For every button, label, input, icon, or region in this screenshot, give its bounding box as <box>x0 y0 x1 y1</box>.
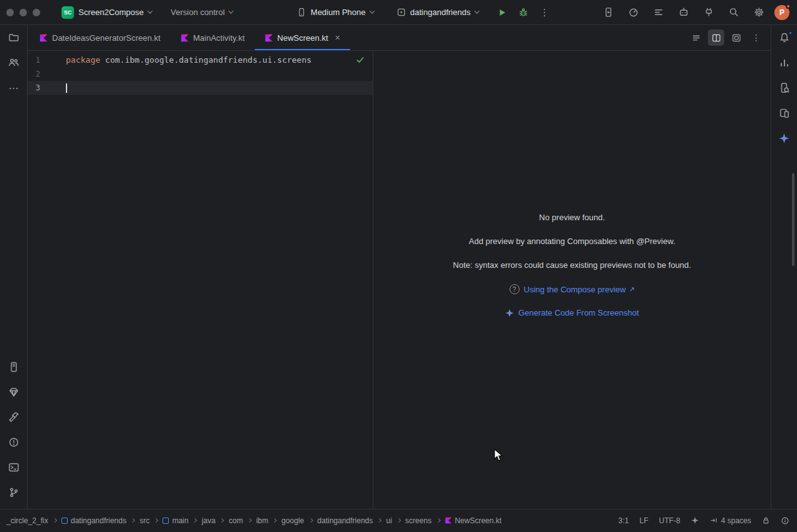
breadcrumb-separator-icon <box>220 518 224 523</box>
encoding-widget[interactable]: UTF-8 <box>659 516 680 525</box>
search-everywhere-icon[interactable] <box>724 3 743 22</box>
run-toolbar: Medium Phone datingandfriends <box>292 3 554 22</box>
project-widget[interactable]: SC Screen2Compose <box>56 4 157 21</box>
readonly-lock-icon[interactable] <box>762 516 770 524</box>
terminal-icon[interactable] <box>0 455 28 480</box>
project-icon: SC <box>62 6 74 19</box>
editor-column: DateIdeasGeneratorScreen.kt MainActivity… <box>28 25 771 509</box>
version-control-tool-icon[interactable] <box>0 480 28 505</box>
split-mode-icon[interactable] <box>708 29 724 46</box>
profiler-tool-icon[interactable] <box>771 50 797 75</box>
breadcrumb-item[interactable]: java <box>201 516 215 525</box>
chevron-down-icon <box>474 8 479 13</box>
breadcrumb-separator-icon <box>131 518 135 523</box>
build-icon[interactable] <box>0 405 28 430</box>
breadcrumb-item[interactable]: src <box>139 516 149 525</box>
titlebar: SC Screen2Compose Version control Medium… <box>0 0 797 25</box>
breadcrumb-item[interactable]: ibm <box>256 516 268 525</box>
resource-manager-icon[interactable] <box>0 380 28 405</box>
version-control-widget[interactable]: Version control <box>166 5 238 19</box>
tab-dateideasgeneratorscreen[interactable]: DateIdeasGeneratorScreen.kt <box>29 25 171 50</box>
profile-avatar[interactable]: P <box>774 5 789 20</box>
caret-position-widget[interactable]: 3:1 <box>618 516 629 525</box>
close-tab-icon[interactable]: × <box>335 33 340 42</box>
code-editor[interactable]: 1 package com.ibm.google.datingandfriend… <box>28 51 373 509</box>
breadcrumb-separator-icon <box>154 518 158 523</box>
tab-newscreen[interactable]: NewScreen.kt × <box>255 25 350 50</box>
tab-mainactivity[interactable]: MainActivity.kt <box>171 25 255 50</box>
more-vertical-icon: ⋮ <box>540 7 549 18</box>
device-selector[interactable]: Medium Phone <box>292 5 378 19</box>
editor-menu-icon[interactable]: ⋮ <box>748 29 764 46</box>
code-token: com.ibm.google.datingandfriends.ui.scree… <box>100 55 312 65</box>
code-line: 1 package com.ibm.google.datingandfriend… <box>28 53 373 67</box>
code-mode-icon[interactable] <box>688 29 704 46</box>
device-mirroring-icon[interactable] <box>0 354 28 380</box>
titlebar-right-actions: P <box>599 3 797 22</box>
minimize-window-button[interactable] <box>19 9 27 16</box>
ai-sparkle-icon[interactable] <box>691 516 699 524</box>
breadcrumb-item[interactable]: datingandfriends <box>62 516 127 525</box>
breadcrumb-separator-icon <box>397 518 401 523</box>
project-tool-icon[interactable] <box>0 25 28 50</box>
breadcrumb-item[interactable]: ui <box>386 516 392 525</box>
device-explorer-icon[interactable] <box>771 75 797 100</box>
problems-icon[interactable] <box>0 430 28 455</box>
breadcrumb-item[interactable]: _circle_2_fix <box>6 516 48 525</box>
notifications-icon[interactable] <box>771 25 797 50</box>
module-icon <box>62 518 68 524</box>
more-vertical-icon: ⋮ <box>752 33 761 43</box>
design-mode-icon[interactable] <box>728 29 744 46</box>
running-devices-icon[interactable] <box>599 3 618 22</box>
run-config-label: datingandfriends <box>410 8 471 17</box>
inspection-status-icon[interactable] <box>355 55 365 65</box>
indent-widget[interactable]: 4 spaces <box>710 516 751 525</box>
code-line-current: 3 <box>28 81 373 95</box>
window-controls <box>6 9 40 16</box>
breadcrumb-item-file[interactable]: NewScreen.kt <box>445 516 502 525</box>
debug-button[interactable] <box>514 3 533 22</box>
device-manager-tool-icon[interactable] <box>771 100 797 125</box>
pull-requests-icon[interactable] <box>0 50 28 75</box>
line-number: 2 <box>28 67 40 81</box>
more-actions-button[interactable]: ⋮ <box>535 3 554 22</box>
breadcrumb-separator-icon <box>436 518 441 523</box>
close-window-button[interactable] <box>6 9 14 16</box>
line-separator-widget[interactable]: LF <box>639 516 648 525</box>
device-manager-icon[interactable] <box>699 3 718 22</box>
version-control-label: Version control <box>171 8 225 17</box>
breadcrumb-item[interactable]: screens <box>405 516 432 525</box>
run-configuration-selector[interactable]: datingandfriends <box>392 5 484 19</box>
project-name: Screen2Compose <box>78 8 144 17</box>
profiler-icon[interactable] <box>624 3 643 22</box>
breadcrumb-separator-icon <box>53 518 57 523</box>
gemini-sparkle-icon <box>505 309 514 317</box>
generate-code-from-screenshot-link[interactable]: Generate Code From Screenshot <box>505 308 639 317</box>
compose-preview-help[interactable]: ? Using the Compose preview ↗ <box>510 284 635 294</box>
kotlin-file-icon <box>265 34 273 42</box>
settings-icon[interactable] <box>749 3 768 22</box>
status-circle-icon[interactable] <box>781 516 789 525</box>
gemini-icon[interactable] <box>771 125 797 151</box>
chevron-down-icon <box>369 8 374 13</box>
ai-assistant-icon[interactable] <box>674 3 693 22</box>
compose-preview-panel: No preview found. Add preview by annotat… <box>373 51 771 509</box>
run-button[interactable] <box>493 3 511 22</box>
notification-dot <box>786 4 791 9</box>
breadcrumb-item[interactable]: com <box>228 516 243 525</box>
code-line: 2 <box>28 67 373 81</box>
kotlin-file-icon <box>445 517 452 524</box>
zoom-window-button[interactable] <box>33 9 40 16</box>
logcat-icon[interactable] <box>649 3 668 22</box>
indent-icon <box>710 516 718 524</box>
chevron-down-icon <box>228 8 233 13</box>
more-tool-windows-icon[interactable]: ⋯ <box>0 75 28 100</box>
breadcrumb-item[interactable]: main <box>163 516 188 525</box>
notification-badge <box>788 31 793 35</box>
breadcrumb-item[interactable]: datingandfriends <box>318 516 373 525</box>
more-horizontal-icon: ⋯ <box>9 82 19 94</box>
main-area: ⋯ <box>0 25 797 509</box>
scrollbar-thumb[interactable] <box>792 173 794 266</box>
breadcrumb-item[interactable]: google <box>281 516 304 525</box>
device-selector-label: Medium Phone <box>311 8 365 17</box>
